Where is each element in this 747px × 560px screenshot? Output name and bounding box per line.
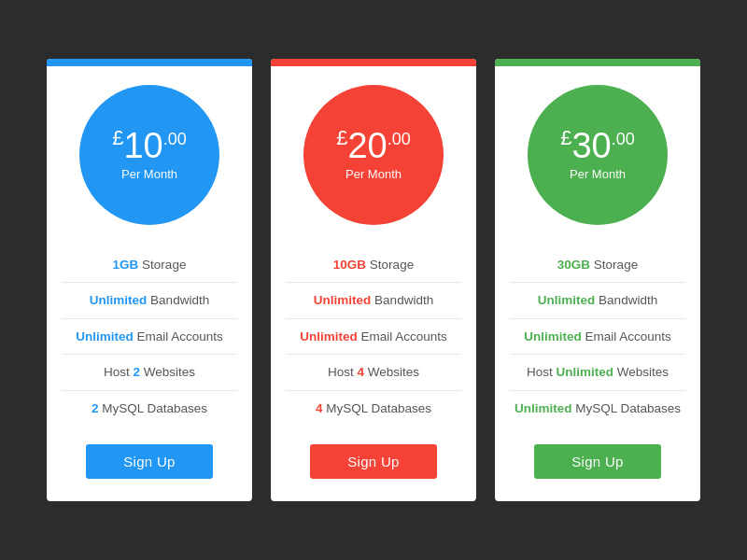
feature-websites-standard: Host 4 Websites <box>286 355 461 391</box>
feature-bandwidth-premium: Unlimited Bandwidth <box>510 283 685 319</box>
feature-databases-premium: Unlimited MySQL Databases <box>510 391 685 427</box>
card-accent-bar-standard <box>271 59 476 66</box>
feature-storage-premium: 30GB Storage <box>510 247 685 284</box>
feature-email-standard: Unlimited Email Accounts <box>286 319 461 356</box>
features-standard: 10GB Storage Unlimited Bandwidth Unlimit… <box>271 247 476 427</box>
price-period-basic: Per Month <box>121 167 177 181</box>
signup-button-standard[interactable]: Sign Up <box>310 444 436 479</box>
features-basic: 1GB Storage Unlimited Bandwidth Unlimite… <box>47 247 252 427</box>
signup-button-basic[interactable]: Sign Up <box>86 444 212 479</box>
feature-email-basic: Unlimited Email Accounts <box>62 319 237 356</box>
price-amount-premium: £30.00 <box>560 128 635 163</box>
feature-databases-standard: 4 MySQL Databases <box>286 391 461 427</box>
card-accent-bar-premium <box>495 59 700 66</box>
pricing-card-basic: £10.00 Per Month 1GB Storage Unlimited B… <box>47 59 252 502</box>
price-amount-basic: £10.00 <box>112 128 187 163</box>
pricing-container: £10.00 Per Month 1GB Storage Unlimited B… <box>47 59 700 502</box>
price-circle-standard: £20.00 Per Month <box>303 85 444 225</box>
feature-databases-basic: 2 MySQL Databases <box>62 391 237 427</box>
features-premium: 30GB Storage Unlimited Bandwidth Unlimit… <box>495 247 700 427</box>
feature-websites-premium: Host Unlimited Websites <box>510 355 685 391</box>
feature-websites-basic: Host 2 Websites <box>62 355 237 391</box>
feature-bandwidth-standard: Unlimited Bandwidth <box>286 283 461 319</box>
price-period-standard: Per Month <box>345 167 402 181</box>
card-accent-bar-basic <box>47 59 252 66</box>
feature-storage-standard: 10GB Storage <box>286 247 461 284</box>
price-circle-premium: £30.00 Per Month <box>528 85 668 225</box>
price-period-premium: Per Month <box>570 167 626 181</box>
signup-button-premium[interactable]: Sign Up <box>534 444 660 479</box>
pricing-card-standard: £20.00 Per Month 10GB Storage Unlimited … <box>271 59 476 502</box>
pricing-card-premium: £30.00 Per Month 30GB Storage Unlimited … <box>495 59 700 502</box>
price-amount-standard: £20.00 <box>336 128 411 163</box>
feature-bandwidth-basic: Unlimited Bandwidth <box>62 283 237 319</box>
price-circle-basic: £10.00 Per Month <box>79 85 219 225</box>
feature-storage-basic: 1GB Storage <box>62 247 237 284</box>
feature-email-premium: Unlimited Email Accounts <box>510 319 685 356</box>
